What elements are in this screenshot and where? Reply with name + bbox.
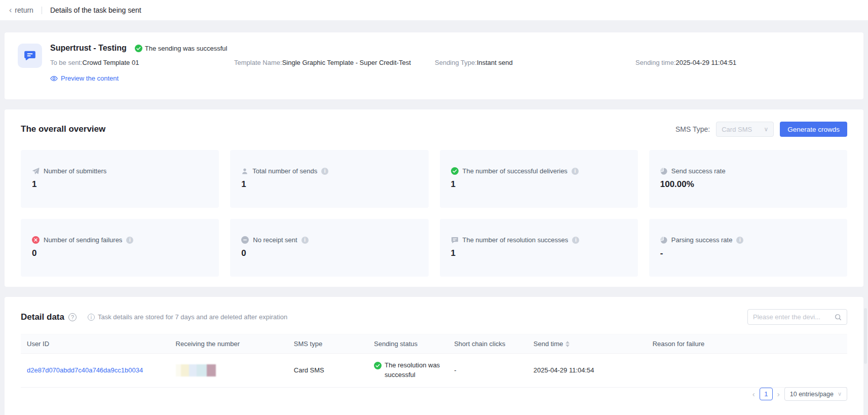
stat-card-resolution-successes: The number of resolution successes 1 <box>440 219 638 277</box>
stat-value: 1 <box>451 179 627 190</box>
return-button[interactable]: ‹ return <box>9 6 33 14</box>
stat-card-no-receipt: No receipt sent 0 <box>230 219 428 277</box>
chevron-down-icon: ∨ <box>838 391 842 397</box>
col-user-id: User ID <box>21 334 170 354</box>
task-status-text: The sending was successful <box>145 45 228 52</box>
search-box <box>747 309 847 325</box>
check-circle-icon <box>451 167 459 175</box>
chevron-left-icon: ‹ <box>9 6 12 14</box>
page-title: Details of the task being sent <box>50 6 141 14</box>
info-icon[interactable] <box>126 237 133 244</box>
field-sending-type: Sending Type:Instant send <box>435 59 635 66</box>
task-fields: To be sent:Crowd Template 01 Template Na… <box>50 59 848 66</box>
detail-table: User ID Receiving the number SMS type Se… <box>21 334 847 388</box>
info-icon[interactable] <box>572 237 579 244</box>
info-icon[interactable] <box>321 168 328 175</box>
prev-page-button[interactable]: ‹ <box>752 390 755 398</box>
question-circle-icon[interactable] <box>68 313 77 321</box>
overall-overview-card: The overall overview SMS Type: Card SMS … <box>5 109 863 287</box>
return-label: return <box>15 6 33 14</box>
preview-content-link[interactable]: Preview the content <box>50 74 119 82</box>
top-bar: ‹ return Details of the task being sent <box>0 0 868 20</box>
info-outline-icon <box>88 314 95 321</box>
cell-short-chain-clicks: - <box>448 354 527 388</box>
info-icon[interactable] <box>572 168 579 175</box>
stat-value: 100.00% <box>660 179 836 190</box>
stat-value: 1 <box>32 179 208 190</box>
task-header-card: Supertrust - Testing The sending was suc… <box>5 32 863 99</box>
minus-circle-icon <box>241 236 249 244</box>
page-number-button[interactable]: 1 <box>760 388 773 400</box>
stat-value: 1 <box>451 248 627 258</box>
sms-type-label: SMS Type: <box>675 125 710 133</box>
message-icon <box>18 44 42 68</box>
user-id-link[interactable]: d2e87d070abdd7c40a746da9cc1b0034 <box>27 366 143 374</box>
check-circle-icon <box>135 45 142 52</box>
col-short-chain-clicks: Short chain clicks <box>448 334 527 354</box>
stat-card-parsing-success-rate: Parsing success rate - <box>649 219 847 277</box>
col-send-time: Send time <box>527 334 647 354</box>
col-receiving-number: Receiving the number <box>170 334 288 354</box>
stat-value: 0 <box>241 248 417 258</box>
table-row: d2e87d070abdd7c40a746da9cc1b0034 Card SM… <box>21 354 847 388</box>
generate-crowds-button[interactable]: Generate crowds <box>780 122 847 137</box>
user-icon <box>241 168 248 175</box>
pie-icon <box>660 168 667 175</box>
detail-data-card: Detail data Task details are stored for … <box>5 297 863 415</box>
cell-sms-type: Card SMS <box>288 354 368 388</box>
overview-title: The overall overview <box>21 124 105 134</box>
sms-type-select[interactable]: Card SMS ∨ <box>716 122 774 137</box>
page-size-select[interactable]: 10 entries/page ∨ <box>784 387 847 401</box>
eye-icon <box>50 76 58 82</box>
search-icon[interactable] <box>835 314 842 321</box>
pie-icon <box>660 237 667 244</box>
col-reason-for-failure: Reason for failure <box>647 334 847 354</box>
sort-carets-icon <box>565 341 570 347</box>
stat-card-total-sends: Total number of sends 1 <box>230 150 428 208</box>
stat-grid: Number of submitters 1 Total number of s… <box>21 150 847 277</box>
stat-card-successful-deliveries: The number of successful deliveries 1 <box>440 150 638 208</box>
search-input[interactable] <box>753 313 835 321</box>
cell-reason-for-failure <box>647 354 847 388</box>
field-template-name: Template Name:Single Graphic Template - … <box>234 59 435 66</box>
stat-value: 1 <box>241 179 417 190</box>
pagination: ‹ 1 › 10 entries/page ∨ <box>752 387 847 401</box>
stat-value: 0 <box>32 248 208 258</box>
cell-send-time: 2025-04-29 11:04:54 <box>527 354 647 388</box>
topbar-divider <box>42 7 42 14</box>
field-to-be-sent: To be sent:Crowd Template 01 <box>50 59 234 66</box>
close-circle-icon <box>32 236 40 244</box>
detail-title: Detail data <box>21 312 64 322</box>
chevron-down-icon: ∨ <box>764 126 768 133</box>
stat-card-send-success-rate: Send success rate 100.00% <box>649 150 847 208</box>
task-status-badge: The sending was successful <box>135 45 228 52</box>
check-circle-icon <box>374 362 382 369</box>
status-text: The resolution was successful <box>385 361 443 380</box>
paper-plane-icon <box>32 167 40 175</box>
status-cell: The resolution was successful <box>374 361 443 380</box>
stat-card-submitters: Number of submitters 1 <box>21 150 219 208</box>
send-time-sort[interactable]: Send time <box>534 340 570 348</box>
info-icon[interactable] <box>301 237 309 244</box>
scrollbar-thumb[interactable] <box>864 308 867 364</box>
info-icon[interactable] <box>736 237 743 244</box>
table-header-row: User ID Receiving the number SMS type Se… <box>21 334 847 354</box>
retention-notice: Task details are stored for 7 days and a… <box>88 313 287 321</box>
stat-card-sending-failures: Number of sending failures 0 <box>21 219 219 277</box>
next-page-button[interactable]: › <box>777 390 780 398</box>
redacted-phone-number <box>176 364 283 376</box>
col-sending-status: Sending status <box>368 334 448 354</box>
stat-value: - <box>660 248 836 258</box>
task-title: Supertrust - Testing <box>50 44 127 53</box>
chat-icon <box>451 237 459 244</box>
field-sending-time: Sending time:2025-04-29 11:04:51 <box>635 59 736 66</box>
col-sms-type: SMS type <box>288 334 368 354</box>
